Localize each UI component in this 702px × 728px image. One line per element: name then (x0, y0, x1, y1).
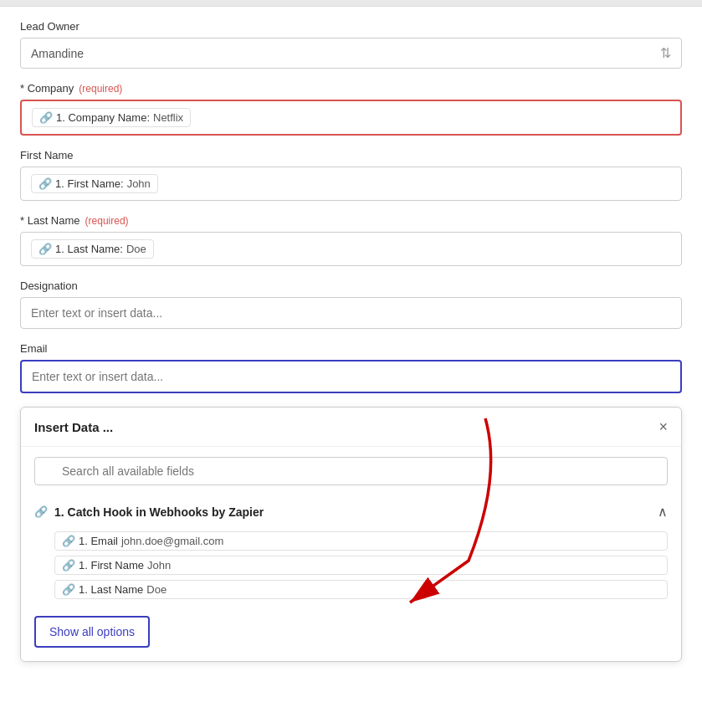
search-input-container: 🔍 (34, 457, 668, 485)
designation-label: Designation (20, 279, 682, 292)
lead-owner-label: Lead Owner (20, 20, 682, 33)
last-name-field: * Last Name (required) 🔗 1. Last Name: D… (20, 214, 682, 266)
chevron-icon: ⇅ (660, 45, 671, 61)
insert-data-title: Insert Data ... (34, 420, 113, 434)
form-area: Lead Owner Amandine ⇅ * Company (require… (0, 7, 702, 393)
webhook-header[interactable]: 🔗 1. Catch Hook in Webhooks by Zapier ∧ (34, 495, 668, 528)
company-tag-icon: 🔗 (39, 111, 53, 124)
designation-field: Designation (20, 279, 682, 329)
lastname-tag-icon: 🔗 (62, 583, 75, 596)
lead-owner-field: Lead Owner Amandine ⇅ (20, 20, 682, 69)
lead-owner-select[interactable]: Amandine ⇅ (20, 38, 682, 69)
email-tag-icon: 🔗 (62, 535, 75, 547)
webhook-section: 🔗 1. Catch Hook in Webhooks by Zapier ∧ … (21, 495, 681, 609)
insert-data-panel: Insert Data ... × 🔍 🔗 1. Catch Hook in W… (20, 407, 682, 662)
company-tag[interactable]: 🔗 1. Company Name: Netflix (32, 108, 191, 127)
last-name-tag-icon: 🔗 (38, 243, 52, 255)
top-bar (0, 0, 702, 7)
designation-input[interactable] (20, 297, 682, 329)
last-name-required-text: (required) (85, 215, 129, 227)
first-name-tag-icon: 🔗 (38, 177, 52, 190)
close-button[interactable]: × (658, 419, 668, 434)
last-name-tag[interactable]: 🔗 1. Last Name: Doe (31, 239, 154, 259)
first-name-label: First Name (20, 149, 682, 161)
first-name-tag[interactable]: 🔗 1. First Name: John (31, 174, 158, 193)
last-name-input[interactable]: 🔗 1. Last Name: Doe (20, 232, 682, 266)
show-all-button[interactable]: Show all options (34, 616, 150, 648)
insert-data-header: Insert Data ... × (21, 408, 681, 447)
company-field: * Company (required) 🔗 1. Company Name: … (20, 82, 682, 136)
company-label: * Company (required) (20, 82, 682, 95)
search-input[interactable] (34, 457, 668, 485)
email-input[interactable] (20, 360, 682, 393)
email-data-tag[interactable]: 🔗 1. Email john.doe@gmail.com (54, 531, 668, 551)
email-field: Email (20, 342, 682, 393)
search-wrapper: 🔍 (21, 447, 681, 495)
webhook-chevron-icon: ∧ (658, 504, 668, 520)
webhook-icon: 🔗 (34, 505, 48, 518)
company-required-text: (required) (79, 83, 122, 95)
firstname-data-tag[interactable]: 🔗 1. First Name John (54, 556, 668, 575)
webhook-title: 🔗 1. Catch Hook in Webhooks by Zapier (34, 505, 264, 519)
last-name-label: * Last Name (required) (20, 214, 682, 227)
email-label: Email (20, 342, 682, 355)
first-name-field: First Name 🔗 1. First Name: John (20, 149, 682, 201)
page-container: Lead Owner Amandine ⇅ * Company (require… (0, 0, 702, 728)
data-tags-list: 🔗 1. Email john.doe@gmail.com 🔗 1. First… (34, 528, 668, 609)
company-input-wrapper[interactable]: 🔗 1. Company Name: Netflix (20, 100, 682, 136)
firstname-tag-icon: 🔗 (62, 559, 75, 572)
first-name-input[interactable]: 🔗 1. First Name: John (20, 167, 682, 201)
lastname-data-tag[interactable]: 🔗 1. Last Name Doe (54, 580, 668, 599)
